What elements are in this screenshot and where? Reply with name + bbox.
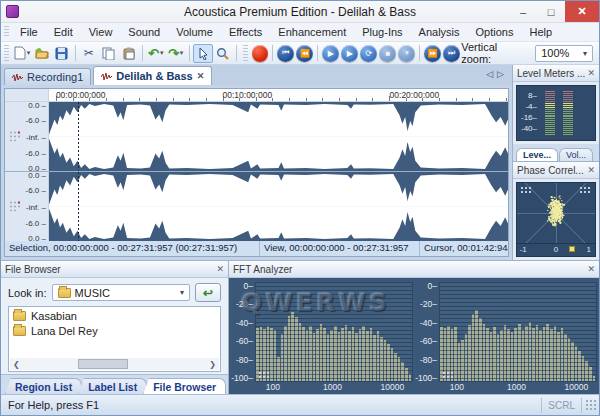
timeline-ruler[interactable]: 00:00:00:00000:10:00:00000:20:00:000	[5, 89, 508, 102]
scissors-icon: ✂	[84, 46, 94, 60]
close-icon[interactable]: ✕	[587, 264, 595, 274]
zoom-tool-button[interactable]	[213, 44, 233, 63]
fft-bar	[593, 376, 596, 381]
panel-tab-region-list[interactable]: Region List	[5, 378, 82, 394]
fft-x-label: 10000	[565, 382, 589, 392]
paste-button[interactable]	[119, 44, 139, 63]
menu-item-view[interactable]: View	[81, 23, 121, 41]
save-button[interactable]	[52, 44, 72, 63]
close-button[interactable]: ✕	[565, 1, 599, 22]
menu-item-effects[interactable]: Effects	[221, 23, 270, 41]
fast-forward-button[interactable]: ⏩	[424, 45, 441, 62]
fft-bar	[401, 362, 404, 381]
waveform-channel-right[interactable]: 0.0 –-6.0 –-inf. –-6.0 –0.0 –	[5, 172, 508, 241]
horizontal-scrollbar[interactable]: ❮❯	[10, 358, 219, 370]
fft-bar	[582, 356, 585, 381]
fft-analyzer-title-bar[interactable]: FFT Analyzer ✕	[229, 261, 599, 278]
menu-item-enhancement[interactable]: Enhancement	[270, 23, 354, 41]
waveform-channel-left[interactable]: 0.0 –-6.0 –-inf. –-6.0 –0.0 –	[5, 102, 508, 172]
scrollbar-thumb[interactable]	[78, 359, 128, 369]
fft-bar	[461, 340, 464, 381]
scroll-left-icon[interactable]: ❮	[10, 360, 23, 369]
up-one-level-button[interactable]: ↩	[195, 283, 221, 302]
help-text: For Help, press F1	[8, 399, 99, 411]
menu-item-edit[interactable]: Edit	[46, 23, 81, 41]
play-selection-button[interactable]: ▶	[341, 45, 358, 62]
look-in-select[interactable]: MUSIC ▾	[52, 284, 190, 301]
stop-button[interactable]: ■	[379, 45, 396, 62]
menu-item-help[interactable]: Help	[521, 23, 560, 41]
pause-button[interactable]: ⏸	[398, 45, 415, 62]
status-bar: For Help, press F1 SCRL	[1, 394, 599, 415]
meters-tab-vol[interactable]: Vol...	[559, 148, 593, 161]
fft-bar	[394, 353, 397, 381]
phase-scale-label: -1	[520, 245, 527, 254]
fft-bar	[355, 333, 358, 381]
select-tool-button[interactable]	[193, 44, 213, 63]
ruler-tick	[123, 98, 124, 101]
channel-grip-icon[interactable]	[9, 200, 20, 213]
phase-scale-label: 1	[587, 245, 591, 254]
fft-y-label: -40–	[236, 318, 253, 328]
menu-item-plug-ins[interactable]: Plug-Ins	[354, 23, 410, 41]
folder-item-kasabian[interactable]: Kasabian	[13, 310, 216, 322]
playback-cursor	[78, 102, 79, 171]
toolbar-grip	[4, 45, 9, 60]
fft-bar	[370, 328, 373, 381]
redo-button[interactable]: ↷▾	[166, 44, 186, 63]
folder-list[interactable]: KasabianLana Del Rey❮❯	[8, 306, 221, 372]
go-to-end-button[interactable]: ⏭	[443, 45, 460, 62]
record-button[interactable]	[252, 45, 269, 62]
open-folder-icon	[35, 47, 49, 59]
ruler-tick	[356, 98, 357, 101]
ruler-tick	[339, 98, 340, 101]
meters-tab-leve[interactable]: Leve...	[516, 148, 558, 161]
fft-bar	[514, 328, 517, 381]
scroll-right-icon[interactable]: ❯	[206, 360, 219, 369]
loop-play-button[interactable]: ⟳	[360, 45, 377, 62]
look-in-label: Look in:	[8, 287, 47, 299]
close-icon[interactable]: ✕	[587, 165, 595, 175]
close-icon[interactable]: ✕	[587, 68, 595, 78]
open-file-button[interactable]	[32, 44, 52, 63]
rewind-button[interactable]: ⏪	[296, 45, 313, 62]
tab-recording1[interactable]: Recording1	[4, 68, 91, 85]
new-file-button[interactable]: ▾	[12, 44, 32, 63]
menu-item-options[interactable]: Options	[468, 23, 522, 41]
fft-bar	[323, 328, 326, 381]
menu-item-file[interactable]: File	[12, 23, 46, 41]
panel-tab-label-list[interactable]: Label List	[78, 378, 147, 394]
panel-tab-file-browser[interactable]: File Browser	[143, 378, 226, 394]
channel-grip-icon[interactable]	[9, 130, 20, 143]
file-browser-title-bar[interactable]: File Browser ✕	[1, 261, 228, 278]
menu-bar: FileEditViewSoundVolumeEffectsEnhancemen…	[1, 23, 599, 42]
db-label: 0.0 –	[28, 234, 46, 243]
resize-grip-icon[interactable]	[585, 399, 597, 411]
scrl-indicator: SCRL	[541, 398, 582, 413]
close-icon[interactable]: ✕	[216, 264, 224, 274]
cut-button[interactable]: ✂	[79, 44, 99, 63]
undo-button[interactable]: ↶▾	[146, 44, 166, 63]
tab-scroll-arrows[interactable]: ◁▷	[486, 69, 508, 79]
fft-bar	[362, 326, 365, 381]
fft-bar	[511, 332, 514, 381]
copy-button[interactable]	[99, 44, 119, 63]
folder-item-lana-del-rey[interactable]: Lana Del Rey	[13, 325, 216, 337]
menu-item-volume[interactable]: Volume	[168, 23, 221, 41]
phase-correlation-title-bar[interactable]: Phase Correl... ✕	[513, 162, 599, 179]
menu-item-sound[interactable]: Sound	[120, 23, 168, 41]
copy-icon	[102, 47, 115, 60]
title-bar: Acoustica Premium Edition - Delilah & Ba…	[1, 1, 599, 23]
go-to-start-button[interactable]: ⏮	[277, 45, 294, 62]
close-icon[interactable]: ✕	[197, 71, 205, 81]
minimize-button[interactable]: –	[509, 1, 537, 22]
fft-bar	[479, 318, 482, 381]
level-meters-title-bar[interactable]: Level Meters ... ✕	[513, 65, 599, 82]
maximize-button[interactable]: □	[537, 1, 565, 22]
folder-icon	[58, 288, 71, 298]
tab-delilah-bass[interactable]: Delilah & Bass✕	[93, 66, 212, 85]
fft-bar	[299, 323, 302, 381]
menu-item-analysis[interactable]: Analysis	[411, 23, 468, 41]
vertical-zoom-select[interactable]: 100% ▾	[535, 45, 593, 62]
play-button[interactable]: ▶	[322, 45, 339, 62]
